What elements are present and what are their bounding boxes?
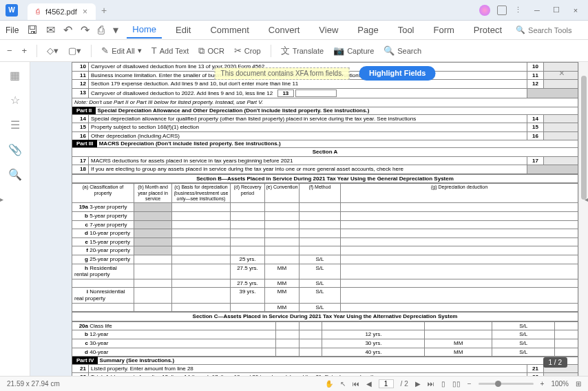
tab-page[interactable]: Page <box>352 22 384 38</box>
fit-page-icon[interactable]: ⊞ <box>576 380 581 388</box>
line-18: If you are electing to group any assets … <box>89 165 527 174</box>
line-16: Other depreciation (including ACRS) <box>89 131 527 140</box>
line-21: Listed property. Enter amount from line … <box>89 364 527 373</box>
tab-comment[interactable]: Comment <box>204 22 254 38</box>
page-input[interactable] <box>379 379 394 388</box>
outline-icon[interactable]: ☰ <box>9 118 21 131</box>
shape-icon[interactable]: ▢▾ <box>68 45 81 56</box>
print-icon[interactable]: ⎙ <box>98 25 105 36</box>
highlight-fields-button[interactable]: Highlight Fields <box>359 66 436 81</box>
table-row: c 7-year property <box>72 220 578 229</box>
zoom-out-icon[interactable]: − <box>7 45 12 56</box>
attachment-icon[interactable]: 📎 <box>9 143 21 156</box>
header-e: (e) Convention <box>265 184 300 203</box>
next-page-icon[interactable]: ▶ <box>415 380 421 388</box>
expand-left-icon[interactable]: ▸ <box>0 196 3 203</box>
more-icon[interactable]: ⋮ <box>510 3 526 17</box>
tab-convert[interactable]: Convert <box>263 22 306 38</box>
section-b: Section B—Assets Placed in Service Durin… <box>72 174 578 184</box>
select-tool-icon[interactable]: ↖ <box>340 380 346 388</box>
close-window-button[interactable]: × <box>567 3 584 17</box>
file-menu[interactable]: File <box>6 25 19 35</box>
zoom-in-icon[interactable]: + <box>22 45 28 56</box>
add-tab-button[interactable]: + <box>101 5 107 16</box>
crop-button[interactable]: ✂Crop <box>234 45 261 56</box>
tab-edit[interactable]: Edit <box>170 22 196 38</box>
mail-icon[interactable]: ✉ <box>46 25 55 36</box>
tab-form[interactable]: Form <box>428 22 460 38</box>
pdf-icon: ⎙ <box>36 8 40 15</box>
camera-icon: 📷 <box>333 45 344 56</box>
search-panel-icon[interactable]: 🔍 <box>9 168 21 180</box>
save-icon[interactable]: 🖫 <box>27 25 38 36</box>
live-icon[interactable] <box>479 5 490 16</box>
part2-title: Special Depreciation Allowance and Other… <box>97 107 369 114</box>
page-dimensions: 21.59 x 27.94 cm <box>7 380 60 388</box>
header-c: (c) Basis for depreciation (business/inv… <box>172 184 231 203</box>
zoom-slider[interactable] <box>479 383 534 385</box>
crop-icon: ✂ <box>234 45 242 56</box>
tab-protect[interactable]: Protect <box>468 22 507 38</box>
ocr-button[interactable]: ⧉OCR <box>198 45 224 56</box>
highlight-icon[interactable]: ◇▾ <box>47 45 59 56</box>
table-row: b 5-year property <box>72 212 578 221</box>
table-row: d 10-year property <box>72 229 578 238</box>
table-row: e 15-year property <box>72 237 578 246</box>
table-row: f 20-year property <box>72 246 578 255</box>
continuous-icon[interactable]: ▯▯ <box>452 380 461 388</box>
note: Note: Don't use Part II or Part III belo… <box>72 98 578 107</box>
bookmark-icon[interactable]: ☆ <box>9 94 21 106</box>
last-page-icon[interactable]: ⏭ <box>428 380 434 388</box>
header-b: (b) Month and year placed in service <box>134 184 172 203</box>
header-d: (d) Recovery period <box>231 184 265 203</box>
expand-right-icon[interactable]: ◂ <box>585 196 588 203</box>
tab-home[interactable]: Home <box>127 21 162 39</box>
document-tab[interactable]: ⎙ f4562.pdf × <box>28 3 96 20</box>
text-icon: T <box>151 45 157 56</box>
table-row: 27.5 yrs.MMS/L <box>72 279 578 288</box>
dropdown-icon[interactable]: ▾ <box>113 25 118 36</box>
single-page-icon[interactable]: ▯ <box>441 380 445 388</box>
scrollbar-thumb[interactable] <box>581 76 587 200</box>
vertical-scrollbar[interactable] <box>578 62 588 376</box>
redo-icon[interactable]: ↷ <box>81 25 90 36</box>
search-icon: 🔍 <box>516 25 525 34</box>
minimize-button[interactable]: ─ <box>529 3 545 17</box>
header-f: (f) Method <box>300 184 341 203</box>
line-22: Total. Add amounts from line 12, lines 1… <box>89 373 527 376</box>
line-13: Carryover of disallowed deduction to 202… <box>91 90 273 96</box>
part3-title: MACRS Depreciation (Don't include listed… <box>99 140 281 147</box>
search-icon: 🔍 <box>384 45 395 56</box>
zoom-in-status-icon[interactable]: + <box>540 380 545 388</box>
thumbnails-icon[interactable]: ▦ <box>9 69 21 81</box>
pencil-icon: ✎ <box>101 45 109 56</box>
first-page-icon[interactable]: ⏮ <box>353 380 359 388</box>
line-12: Section 179 expense deduction. Add lines… <box>89 80 527 89</box>
undo-icon[interactable]: ↶ <box>63 25 72 36</box>
close-tab-icon[interactable]: × <box>83 7 87 17</box>
pdf-page[interactable]: This document contains XFA form fields. … <box>72 62 578 376</box>
section-a: Section A <box>72 147 578 156</box>
table-row: 20a Class lifeS/L <box>72 321 578 330</box>
header-g: (g) Depreciation deduction <box>341 184 578 203</box>
zoom-out-status-icon[interactable]: − <box>468 380 472 388</box>
prev-page-icon[interactable]: ◀ <box>366 380 372 388</box>
zoom-level[interactable]: 100% <box>551 380 569 388</box>
edit-all-button[interactable]: ✎Edit All▾ <box>101 45 142 56</box>
hand-tool-icon[interactable]: ✋ <box>325 380 333 388</box>
tab-tool[interactable]: Tool <box>392 22 420 38</box>
line-17: MACRS deductions for assets placed in se… <box>89 156 527 165</box>
part2-label: Part II <box>72 107 96 114</box>
table-row: MMS/L <box>72 303 578 312</box>
tab-view[interactable]: View <box>313 22 344 38</box>
capture-button[interactable]: 📷Capture <box>333 45 374 56</box>
xfa-notice: This document contains XFA form fields. <box>215 67 350 80</box>
search-button[interactable]: 🔍Search <box>384 45 421 56</box>
translate-button[interactable]: 文Translate <box>281 45 324 57</box>
search-tools-input[interactable] <box>528 26 583 34</box>
close-banner-icon[interactable]: × <box>559 67 565 79</box>
extension-icon[interactable] <box>497 6 507 15</box>
table-row: g 25-year property25 yrs.S/L <box>72 255 578 264</box>
maximize-button[interactable]: ☐ <box>548 3 565 17</box>
add-text-button[interactable]: TAdd Text <box>151 45 189 56</box>
